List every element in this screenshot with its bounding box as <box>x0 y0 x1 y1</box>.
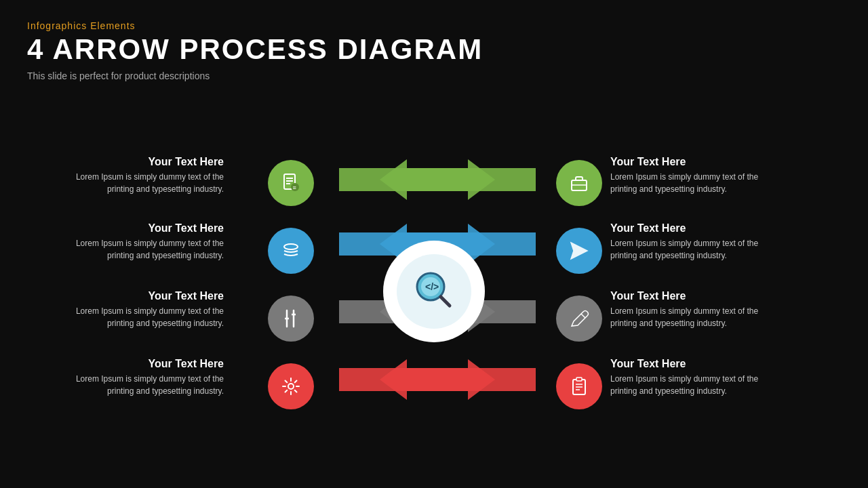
svg-point-28 <box>288 384 294 389</box>
row4-right-body: Lorem Ipsum is simply dummy text of the … <box>610 373 766 397</box>
row1-left-body: Lorem Ipsum is simply dummy text of the … <box>68 171 224 195</box>
row4-right-title: Your Text Here <box>610 358 766 370</box>
row2-left-text: Your Text Here Lorem Ipsum is simply dum… <box>68 222 224 262</box>
svg-marker-7 <box>339 359 495 400</box>
row1-left-text: Your Text Here Lorem Ipsum is simply dum… <box>68 156 224 195</box>
layers-icon <box>280 240 302 262</box>
diagram-container: </> ≡ Your Text Here Lorem Ipsum is simp… <box>0 122 868 461</box>
subtitle: This slide is perfect for product descri… <box>27 70 483 81</box>
row1-right-body: Lorem Ipsum is simply dummy text of the … <box>610 171 766 195</box>
svg-marker-1 <box>380 159 536 200</box>
row4-right-text: Your Text Here Lorem Ipsum is simply dum… <box>610 358 766 397</box>
row2-right-icon-circle <box>556 228 602 274</box>
header: Infographics Elements 4 ARROW PROCESS DI… <box>27 20 483 81</box>
row3-right-icon-circle <box>556 296 602 342</box>
svg-point-20 <box>284 244 298 249</box>
row2-left-icon-circle <box>268 228 314 274</box>
svg-rect-33 <box>576 378 582 381</box>
row4-left-title: Your Text Here <box>68 358 224 370</box>
row3-left-text: Your Text Here Lorem Ipsum is simply dum… <box>68 290 224 329</box>
row1-right-text: Your Text Here Lorem Ipsum is simply dum… <box>610 156 766 195</box>
svg-text:≡: ≡ <box>293 184 296 191</box>
row2-left-body: Lorem Ipsum is simply dummy text of the … <box>68 237 224 262</box>
main-title: 4 ARROW PROCESS DIAGRAM <box>27 34 483 65</box>
row1-left-icon-circle: ≡ <box>268 160 314 206</box>
code-search-icon: </> <box>410 268 458 315</box>
row3-left-body: Lorem Ipsum is simply dummy text of the … <box>68 305 224 329</box>
row3-right-text: Your Text Here Lorem Ipsum is simply dum… <box>610 290 766 329</box>
svg-line-11 <box>441 297 450 306</box>
send-icon <box>568 240 590 262</box>
row3-right-body: Lorem Ipsum is simply dummy text of the … <box>610 305 766 329</box>
row2-left-title: Your Text Here <box>68 222 224 235</box>
row4-left-text: Your Text Here Lorem Ipsum is simply dum… <box>68 358 224 397</box>
document-icon: ≡ <box>280 172 302 194</box>
center-inner-circle: </> <box>397 254 471 329</box>
row2-right-text: Your Text Here Lorem Ipsum is simply dum… <box>610 222 766 262</box>
row3-left-icon-circle <box>268 296 314 342</box>
clipboard-icon <box>568 375 590 397</box>
settings-icon <box>280 375 302 397</box>
row4-left-icon-circle <box>268 363 314 409</box>
briefcase-icon <box>568 172 590 194</box>
row1-right-title: Your Text Here <box>610 156 766 168</box>
edit-icon <box>568 308 590 329</box>
svg-line-27 <box>581 314 585 318</box>
svg-marker-21 <box>571 243 587 259</box>
row2-right-title: Your Text Here <box>610 222 766 235</box>
row4-right-icon-circle <box>556 363 602 409</box>
svg-text:</>: </> <box>425 281 439 292</box>
infographics-label: Infographics Elements <box>27 20 483 31</box>
tools-icon <box>280 308 302 329</box>
row3-right-title: Your Text Here <box>610 290 766 302</box>
center-circle: </> <box>383 241 485 342</box>
row4-left-body: Lorem Ipsum is simply dummy text of the … <box>68 373 224 397</box>
row3-left-title: Your Text Here <box>68 290 224 302</box>
row2-right-body: Lorem Ipsum is simply dummy text of the … <box>610 237 766 262</box>
row1-right-icon-circle <box>556 160 602 206</box>
row1-left-title: Your Text Here <box>68 156 224 168</box>
